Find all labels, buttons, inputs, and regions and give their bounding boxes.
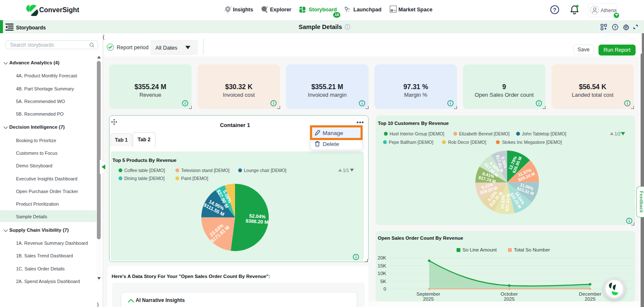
svg-text:5K: 5K [380, 279, 386, 284]
svg-text:December: December [579, 291, 601, 296]
svg-text:?: ? [614, 25, 616, 29]
svg-text:1/1: 1/1 [343, 168, 349, 173]
svg-text:Stokes Inc Megastore [DEMO]: Stokes Inc Megastore [DEMO] [502, 140, 562, 145]
svg-text:2025: 2025 [423, 296, 434, 302]
svg-text:?: ? [553, 7, 556, 13]
svg-text:Dining table [DEMO]: Dining table [DEMO] [124, 176, 165, 181]
svg-text:0: 0 [384, 286, 386, 291]
svg-text:Television stand [DEMO]: Television stand [DEMO] [181, 168, 230, 173]
svg-text:10K: 10K [378, 271, 387, 276]
svg-text:1/2: 1/2 [615, 131, 621, 136]
svg-text:So Line Amount: So Line Amount [462, 247, 497, 252]
svg-text:Pepe Ballham [DEMO]: Pepe Ballham [DEMO] [389, 140, 433, 145]
svg-text:Paint [DEMO]: Paint [DEMO] [181, 176, 208, 181]
svg-text:20K: 20K [378, 255, 387, 260]
svg-text:September: September [417, 291, 440, 296]
svg-text:2025: 2025 [504, 296, 515, 302]
svg-text:John Tabletop [DEMO]: John Tabletop [DEMO] [522, 131, 567, 136]
svg-text:Elizabeth Bennet [DEMO]: Elizabeth Bennet [DEMO] [459, 131, 510, 136]
svg-text:15K: 15K [378, 263, 387, 268]
svg-text:2025: 2025 [585, 296, 596, 302]
svg-text:Coffee table [DEMO]: Coffee table [DEMO] [124, 168, 165, 173]
svg-text:October: October [501, 291, 518, 296]
svg-text:Huel Interior Group [DEMO]: Huel Interior Group [DEMO] [390, 131, 444, 136]
svg-text:Rob Decor [DEMO]: Rob Decor [DEMO] [448, 140, 486, 145]
svg-text:Lounge chair [DEMO]: Lounge chair [DEMO] [244, 168, 286, 173]
svg-text:Total So Number: Total So Number [514, 247, 550, 252]
